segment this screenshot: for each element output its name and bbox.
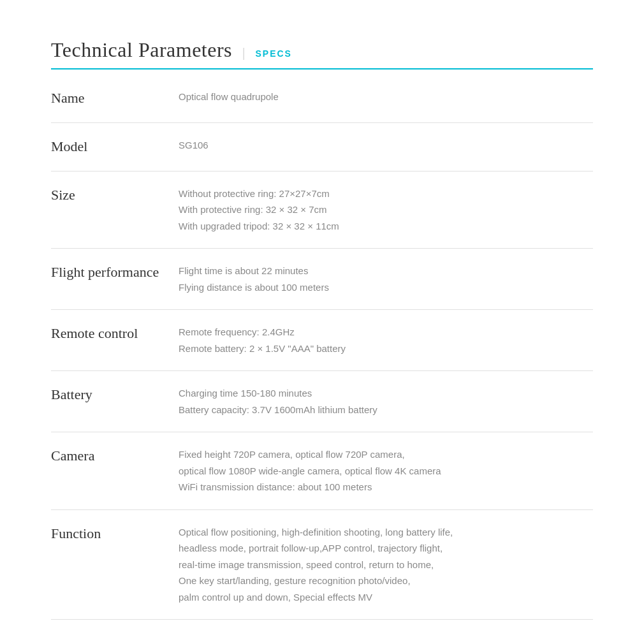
spec-row: SizeWithout protective ring: 27×27×7cmWi…: [51, 172, 593, 249]
spec-row: CameraFixed height 720P camera, optical …: [51, 432, 593, 510]
spec-row: Remote controlRemote frequency: 2.4GHzRe…: [51, 310, 593, 371]
spec-row: BatteryCharging time 150-180 minutesBatt…: [51, 371, 593, 432]
header-divider: [51, 68, 593, 70]
separator-pipe: |: [242, 44, 245, 61]
spec-row: Flight performanceFlight time is about 2…: [51, 249, 593, 310]
page-title: Technical Parameters: [51, 38, 232, 62]
spec-row: FunctionOptical flow positioning, high-d…: [51, 510, 593, 620]
spec-label: Flight performance: [51, 263, 179, 282]
page-container: Technical Parameters | SPECS NameOptical…: [0, 0, 644, 644]
spec-value: Remote frequency: 2.4GHzRemote battery: …: [179, 324, 593, 356]
spec-label: Size: [51, 186, 179, 205]
spec-value: Charging time 150-180 minutesBattery cap…: [179, 385, 593, 418]
spec-value: Optical flow quadrupole: [179, 89, 593, 105]
spec-value: SG106: [179, 137, 593, 154]
header-section: Technical Parameters | SPECS: [51, 38, 593, 70]
spec-value: Without protective ring: 27×27×7cmWith p…: [179, 186, 593, 235]
spec-value: Optical flow positioning, high-definitio…: [179, 524, 593, 606]
specs-label: SPECS: [255, 48, 291, 59]
spec-label: Function: [51, 524, 179, 544]
spec-value: Fixed height 720P camera, optical flow 7…: [179, 446, 593, 495]
header-title-row: Technical Parameters | SPECS: [51, 38, 593, 62]
spec-label: Remote control: [51, 324, 179, 344]
spec-label: Camera: [51, 446, 179, 466]
specs-table: NameOptical flow quadrupoleModelSG106Siz…: [51, 75, 593, 620]
spec-row: ModelSG106: [51, 123, 593, 172]
spec-value: Flight time is about 22 minutesFlying di…: [179, 263, 593, 295]
spec-label: Name: [51, 89, 179, 108]
spec-label: Battery: [51, 385, 179, 405]
spec-row: NameOptical flow quadrupole: [51, 75, 593, 123]
spec-label: Model: [51, 137, 179, 157]
